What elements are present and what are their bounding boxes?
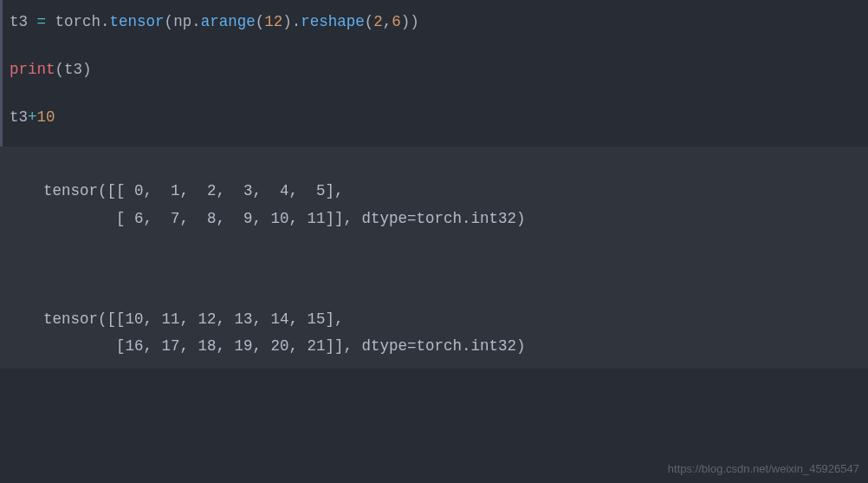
output-tensor-1-line-1: tensor([[ 0, 1, 2, 3, 4, 5], (43, 178, 851, 205)
token-number: 10 (37, 108, 55, 126)
token-dot: . (100, 13, 110, 30)
token-dot: . (292, 13, 301, 30)
watermark-text: https://blog.csdn.net/weixin_45926547 (668, 460, 859, 478)
token-paren: ) (282, 13, 292, 30)
token-operator: = (37, 13, 47, 30)
token-number: 6 (392, 13, 401, 30)
code-line-2: print(t3) (10, 56, 851, 83)
token-module: np (173, 13, 191, 30)
output-tensor-2-line-2: [16, 17, 18, 19, 20, 21]], dtype=torch.i… (43, 333, 851, 360)
token-number: 2 (373, 13, 383, 30)
token-variable: t3 (64, 61, 82, 78)
token-paren: ) (82, 61, 92, 78)
output-tensor-2-line-1: tensor([[10, 11, 12, 13, 14, 15], (43, 306, 851, 333)
code-line-1: t3 = torch.tensor(np.arange(12).reshape(… (10, 9, 851, 36)
token-paren: ( (55, 61, 65, 78)
token-number: 12 (264, 13, 282, 30)
output-gap (43, 232, 851, 306)
token-function: arange (201, 13, 256, 30)
token-paren: ( (256, 13, 265, 30)
token-module: torch (55, 13, 101, 30)
token-dot: . (191, 13, 201, 30)
blank-line (10, 83, 851, 104)
token-variable: t3 (10, 13, 28, 30)
token-paren: ( (165, 13, 174, 30)
token-operator: + (28, 108, 37, 126)
token-comma: , (383, 13, 392, 30)
code-input-cell: t3 = torch.tensor(np.arange(12).reshape(… (0, 0, 868, 147)
token-paren: ) (410, 13, 419, 30)
output-cell: tensor([[ 0, 1, 2, 3, 4, 5], [ 6, 7, 8, … (0, 147, 868, 369)
blank-line (10, 36, 851, 56)
token-paren: ( (365, 13, 374, 30)
token-space (28, 13, 37, 30)
token-variable: t3 (10, 108, 28, 126)
token-function: tensor (110, 13, 165, 30)
code-line-3: t3+10 (10, 104, 851, 131)
token-builtin: print (10, 61, 55, 78)
token-function: reshape (301, 13, 365, 30)
token-paren: ) (401, 13, 411, 30)
token-space (46, 13, 55, 30)
output-tensor-1-line-2: [ 6, 7, 8, 9, 10, 11]], dtype=torch.int3… (43, 206, 851, 232)
